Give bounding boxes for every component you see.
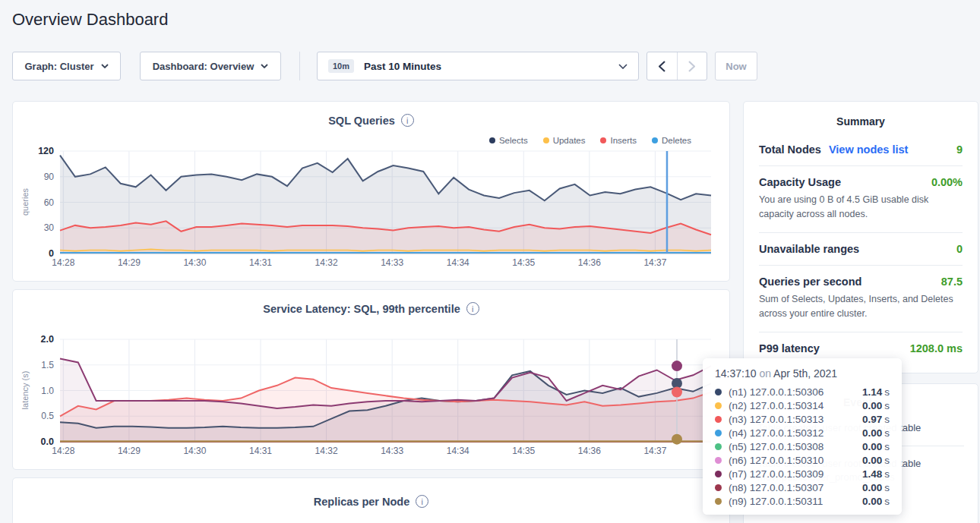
tooltip-node-row: (n4) 127.0.0.1:503120.00s bbox=[715, 426, 890, 440]
legend-item-selects[interactable]: Selects bbox=[489, 136, 528, 145]
node-latency-value: 0.00 bbox=[862, 482, 882, 493]
y-tick-label: 120 bbox=[38, 146, 54, 156]
node-latency-unit: s bbox=[884, 400, 890, 411]
tooltip-timestamp: 14:37:10 on Apr 5th, 2021 bbox=[715, 367, 890, 380]
info-icon[interactable]: i bbox=[416, 495, 428, 508]
node-address: (n2) 127.0.0.1:50314 bbox=[729, 400, 824, 411]
node-color-dot bbox=[715, 430, 722, 436]
x-tick-label: 14:30 bbox=[183, 446, 206, 456]
chevron-down-icon bbox=[261, 64, 268, 68]
summary-row-value: 87.5 bbox=[941, 276, 963, 288]
service-latency-card: Service Latency: SQL, 99th percentile i … bbox=[12, 289, 730, 470]
legend-item-deletes[interactable]: Deletes bbox=[652, 136, 691, 145]
chevron-down-icon bbox=[101, 64, 109, 68]
summary-row-label: Unavailable ranges bbox=[759, 243, 859, 255]
summary-row-subtext: You are using 0 B of 4.5 GiB usable disk… bbox=[759, 193, 963, 222]
legend-item-updates[interactable]: Updates bbox=[543, 136, 586, 145]
x-tick-label: 14:34 bbox=[447, 446, 469, 456]
summary-row-subtext: Sum of Selects, Updates, Inserts, and De… bbox=[759, 292, 963, 322]
x-tick-label: 14:28 bbox=[52, 257, 74, 268]
legend-dot bbox=[652, 137, 658, 143]
sql-queries-chart: 14:2814:2914:3014:3114:3214:3314:3414:35… bbox=[13, 102, 731, 282]
time-range-label: Past 10 Minutes bbox=[364, 61, 441, 72]
node-latency-value: 0.00 bbox=[862, 400, 882, 411]
node-latency-unit: s bbox=[884, 455, 890, 466]
y-tick-label: 0.5 bbox=[41, 411, 54, 421]
node-address: (n9) 127.0.0.1:50311 bbox=[729, 496, 823, 507]
time-range-badge: 10m bbox=[328, 59, 354, 73]
node-color-dot bbox=[715, 457, 722, 464]
now-button[interactable]: Now bbox=[715, 52, 757, 80]
chart-header: SQL Queries i bbox=[13, 114, 729, 127]
x-tick-label: 14:37 bbox=[643, 257, 666, 268]
node-latency-unit: s bbox=[884, 468, 890, 480]
legend-label: Inserts bbox=[610, 136, 637, 145]
tooltip-time: 14:37:10 bbox=[715, 367, 757, 380]
graph-dropdown[interactable]: Graph: Cluster bbox=[12, 52, 121, 80]
charts-column: SQL Queries i SelectsUpdatesInsertsDelet… bbox=[12, 101, 730, 523]
legend-item-inserts[interactable]: Inserts bbox=[600, 136, 637, 145]
view-nodes-list-link[interactable]: View nodes list bbox=[829, 143, 909, 156]
node-color-dot bbox=[715, 443, 722, 450]
x-tick-label: 14:34 bbox=[447, 257, 469, 268]
y-axis-label: queries bbox=[21, 187, 30, 216]
x-tick-label: 14:36 bbox=[578, 257, 601, 268]
node-color-dot bbox=[715, 498, 722, 505]
x-tick-label: 14:31 bbox=[249, 257, 272, 268]
chart-hover-tooltip: 14:37:10 on Apr 5th, 2021 (n1) 127.0.0.1… bbox=[703, 358, 902, 515]
node-latency-unit: s bbox=[884, 427, 890, 439]
chart-legend: SelectsUpdatesInsertsDeletes bbox=[489, 136, 691, 145]
chevron-right-icon bbox=[688, 61, 695, 72]
x-tick-label: 14:29 bbox=[118, 257, 141, 268]
node-latency-unit: s bbox=[884, 496, 890, 507]
tooltip-node-row: (n9) 127.0.0.1:503110.00s bbox=[715, 494, 890, 508]
tooltip-node-row: (n2) 127.0.0.1:503140.00s bbox=[715, 399, 890, 412]
service-latency-chart: 14:2814:2914:3014:3114:3214:3314:3414:35… bbox=[13, 290, 731, 471]
node-latency-value: 0.00 bbox=[862, 441, 882, 452]
node-latency-unit: s bbox=[884, 414, 890, 425]
node-latency-value: 1.48 bbox=[862, 468, 882, 480]
tooltip-date: Apr 5th, 2021 bbox=[773, 367, 837, 380]
y-tick-label: 1.5 bbox=[41, 360, 54, 370]
legend-label: Selects bbox=[499, 136, 528, 145]
summary-row-label: Capacity Usage bbox=[759, 176, 841, 188]
tooltip-node-row: (n7) 127.0.0.1:503091.48s bbox=[715, 467, 890, 480]
legend-label: Deletes bbox=[662, 136, 691, 145]
x-tick-label: 14:33 bbox=[381, 446, 403, 456]
summary-row-label: Queries per second bbox=[759, 276, 861, 288]
node-address: (n6) 127.0.0.1:50310 bbox=[729, 455, 824, 466]
x-tick-label: 14:31 bbox=[249, 446, 272, 456]
summary-row: Total NodesView nodes list9 bbox=[759, 134, 963, 166]
y-tick-label: 0 bbox=[49, 248, 54, 259]
toolbar-divider bbox=[299, 52, 300, 80]
prev-range-button[interactable] bbox=[647, 52, 677, 80]
tooltip-on: on bbox=[759, 367, 771, 380]
node-address: (n1) 127.0.0.1:50306 bbox=[729, 386, 824, 398]
node-latency-value: 1.14 bbox=[862, 386, 882, 398]
node-color-dot bbox=[715, 471, 722, 477]
hover-dot bbox=[672, 361, 682, 371]
summary-row-value: 0 bbox=[956, 243, 963, 255]
x-tick-label: 14:30 bbox=[183, 257, 206, 268]
y-tick-label: 0.0 bbox=[41, 436, 54, 447]
info-icon[interactable]: i bbox=[401, 114, 414, 127]
info-icon[interactable]: i bbox=[466, 302, 479, 315]
chart-title: SQL Queries bbox=[328, 115, 395, 127]
x-tick-label: 14:35 bbox=[512, 257, 535, 268]
tooltip-node-row: (n3) 127.0.0.1:503130.97s bbox=[715, 412, 890, 426]
page-title: Overview Dashboard bbox=[12, 10, 168, 30]
next-range-button[interactable] bbox=[677, 52, 707, 80]
node-latency-unit: s bbox=[884, 386, 890, 398]
time-range-dropdown[interactable]: 10m Past 10 Minutes bbox=[317, 52, 639, 80]
summary-row: Unavailable ranges0 bbox=[759, 233, 963, 266]
x-tick-label: 14:35 bbox=[512, 446, 535, 456]
dashboard-dropdown[interactable]: Dashboard: Overview bbox=[140, 52, 281, 80]
node-address: (n5) 127.0.0.1:50308 bbox=[729, 441, 824, 452]
graph-dropdown-label: Graph: Cluster bbox=[24, 61, 93, 72]
summary-row: Capacity Usage0.00%You are using 0 B of … bbox=[759, 166, 963, 233]
summary-row-value: 0.00% bbox=[931, 176, 963, 188]
y-tick-label: 60 bbox=[44, 197, 55, 208]
node-latency-unit: s bbox=[884, 482, 890, 493]
tooltip-node-row: (n6) 127.0.0.1:503100.00s bbox=[715, 453, 890, 467]
hover-dot bbox=[672, 434, 682, 445]
